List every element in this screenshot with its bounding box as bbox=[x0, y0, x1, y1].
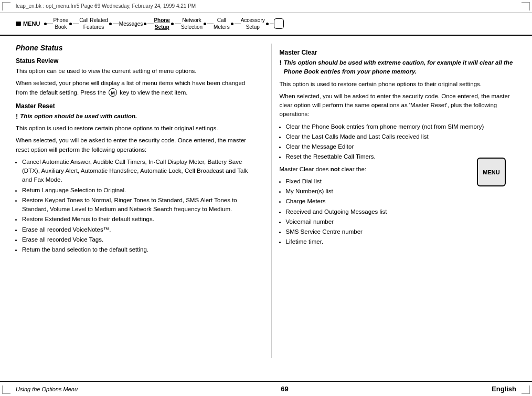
bullet-item: Clear the Phone Book entries from phone … bbox=[286, 122, 517, 131]
nav-line-2 bbox=[73, 24, 79, 24]
nav-item-network-selection-label: NetworkSelection bbox=[181, 17, 203, 30]
nav-line-5 bbox=[175, 24, 181, 24]
master-clear-bullets-ops: Clear the Phone Book entries from phone … bbox=[286, 122, 517, 162]
nav-line-4 bbox=[147, 24, 154, 24]
nav-line-end bbox=[270, 24, 274, 24]
nav-dot-4 bbox=[144, 23, 146, 25]
master-clear-title: Master Clear bbox=[280, 49, 517, 56]
nav-items-wrapper: PhoneBook Call RelatedFeatures Messages bbox=[44, 17, 516, 30]
nav-item-phone-book[interactable]: PhoneBook bbox=[53, 17, 68, 30]
master-reset-caution-box: ! This option should be used with cautio… bbox=[16, 112, 253, 121]
nav-dot-6 bbox=[204, 23, 206, 25]
nav-item-phone-setup[interactable]: PhoneSetup bbox=[154, 17, 170, 30]
bullet-item: Lifetime timer. bbox=[286, 237, 517, 246]
does-not-text-prefix: Master Clear does bbox=[280, 166, 331, 172]
not-bold: not bbox=[331, 166, 340, 172]
nav-item-phone-setup-label: PhoneSetup bbox=[154, 17, 170, 30]
nav-item-messages-label: Messages bbox=[119, 20, 143, 27]
nav-conn-end bbox=[265, 18, 284, 29]
nav-item-call-meters-label: CallMeters bbox=[214, 17, 230, 30]
top-bar: leap_en.bk : opt_menu.fm5 Page 69 Wednes… bbox=[0, 0, 532, 13]
menu-button[interactable]: MENU bbox=[477, 158, 506, 186]
nav-item-phone-book-label: PhoneBook bbox=[53, 17, 68, 30]
nav-item-network-selection[interactable]: NetworkSelection bbox=[181, 17, 203, 30]
bullet-item: Restore Keypad Tones to Normal, Ringer T… bbox=[22, 196, 253, 214]
nav-conn-5 bbox=[170, 23, 181, 25]
nav-item-call-meters[interactable]: CallMeters bbox=[214, 17, 230, 30]
nav-dot-3 bbox=[109, 23, 112, 25]
bullet-item: Restore Extended Menus to their default … bbox=[22, 215, 253, 224]
right-column: Master Clear ! This option should be use… bbox=[271, 44, 517, 358]
nav-connector-start bbox=[44, 23, 53, 25]
bullet-item: SMS Service Centre number bbox=[286, 227, 517, 236]
nav-line-7 bbox=[235, 24, 241, 24]
nav-bar: MENU PhoneBook Call RelatedFeatures bbox=[0, 13, 532, 36]
nav-item-call-related-label: Call RelatedFeatures bbox=[79, 17, 108, 30]
nav-dot-2 bbox=[69, 23, 72, 25]
nav-conn-2 bbox=[68, 23, 79, 25]
bullet-item: Received and Outgoing Messages list bbox=[286, 207, 517, 216]
nav-dot-end bbox=[266, 23, 269, 25]
master-clear-para2: When selected, you will be asked to ente… bbox=[280, 92, 517, 119]
master-reset-caution-text: This option should be used with caution. bbox=[20, 112, 137, 121]
footer-left-text: Using the Options Menu bbox=[16, 386, 78, 392]
status-review-para2: When selected, your phone will display a… bbox=[16, 79, 253, 97]
corner-mark-tl bbox=[2, 2, 10, 11]
master-clear-bullets-not: Fixed Dial list My Number(s) list Charge… bbox=[286, 177, 517, 247]
master-reset-bullets: Cancel Automatic Answer, Audible Call Ti… bbox=[22, 158, 253, 255]
master-reset-title: Master Reset bbox=[16, 102, 253, 110]
master-clear-para1: This option is used to restore certain p… bbox=[280, 80, 517, 89]
nav-dot-5 bbox=[171, 23, 174, 25]
bullet-item: Return Language Selection to Original. bbox=[22, 186, 253, 195]
nav-line-6 bbox=[207, 24, 214, 24]
nav-line-3 bbox=[113, 24, 119, 24]
menu-text: MENU bbox=[23, 20, 40, 27]
nav-item-messages[interactable]: Messages bbox=[119, 20, 143, 27]
top-bar-text: leap_en.bk : opt_menu.fm5 Page 69 Wednes… bbox=[16, 3, 196, 9]
bullet-item: Erase all recorded Voice Tags. bbox=[22, 235, 253, 244]
status-review-para1: This option can be used to view the curr… bbox=[16, 67, 253, 76]
bullet-item: Voicemail number bbox=[286, 217, 517, 226]
nav-conn-3 bbox=[108, 23, 119, 25]
bullet-item: Cancel Automatic Answer, Audible Call Ti… bbox=[22, 158, 253, 185]
nav-item-accessory-setup-label: AccessorySetup bbox=[241, 17, 265, 30]
bullet-item: Clear the Last Calls Made and Last Calls… bbox=[286, 132, 517, 141]
bullet-item: Erase all recorded VoiceNotes™. bbox=[22, 225, 253, 234]
nav-item-accessory-setup[interactable]: AccessorySetup bbox=[241, 17, 265, 30]
bullet-item: Charge Meters bbox=[286, 197, 517, 206]
left-column: Phone Status Status Review This option c… bbox=[16, 44, 261, 358]
master-reset-para2: When selected, you will be asked to ente… bbox=[16, 136, 253, 154]
nav-dot-7 bbox=[231, 23, 233, 25]
master-clear-caution-box: ! This option should be used with extrem… bbox=[280, 58, 517, 77]
bullet-item: My Number(s) list bbox=[286, 187, 517, 196]
caution-icon-2: ! bbox=[280, 59, 282, 77]
main-content: Phone Status Status Review This option c… bbox=[0, 36, 532, 366]
menu-label: MENU bbox=[16, 20, 40, 27]
corner-mark-tr bbox=[522, 2, 530, 11]
master-clear-caution-text: This option should be used with extreme … bbox=[284, 58, 516, 77]
footer: Using the Options Menu 69 English bbox=[0, 381, 532, 396]
menu-button-container: MENU bbox=[477, 158, 506, 186]
status-review-title: Status Review bbox=[16, 57, 253, 65]
nav-conn-6 bbox=[203, 23, 214, 25]
nav-bracket-bottom bbox=[279, 18, 284, 29]
nav-line-1 bbox=[47, 24, 53, 24]
master-reset-para1: This option is used to restore certain p… bbox=[16, 124, 253, 133]
footer-language: English bbox=[492, 385, 516, 393]
section-title: Phone Status bbox=[16, 44, 253, 52]
footer-page-number: 69 bbox=[281, 385, 288, 393]
bullet-item: Clear the Message Editor bbox=[286, 142, 517, 151]
bullet-item: Return the band selection to the default… bbox=[22, 245, 253, 254]
menu-button-label: MENU bbox=[483, 169, 499, 175]
status-review-para2-end: key to view the next item. bbox=[120, 89, 187, 96]
nav-item-call-related[interactable]: Call RelatedFeatures bbox=[79, 17, 108, 30]
menu-icon-box bbox=[16, 22, 21, 26]
caution-icon-1: ! bbox=[16, 112, 18, 121]
nav-conn-4 bbox=[143, 23, 154, 25]
does-not-text-suffix: clear the: bbox=[340, 166, 367, 172]
menu-key-inline: M bbox=[109, 88, 117, 97]
nav-conn-7 bbox=[230, 23, 241, 25]
